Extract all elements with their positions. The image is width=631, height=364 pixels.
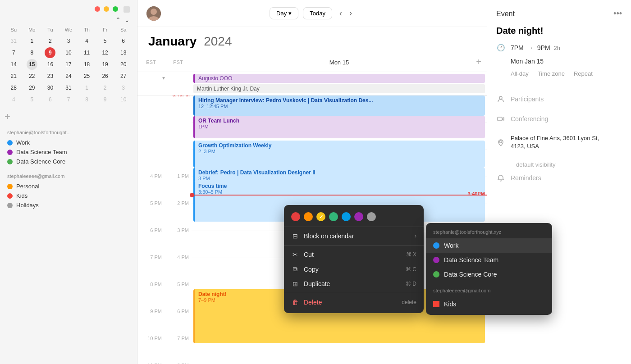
color-graphite[interactable] (367, 212, 376, 221)
today-button[interactable]: Today (303, 7, 332, 19)
mini-cal-day[interactable]: 21 (8, 71, 19, 82)
mini-cal-day[interactable]: 22 (27, 71, 37, 82)
mini-cal-day[interactable]: 24 (63, 71, 74, 82)
calendar-item[interactable]: Holidays (7, 200, 130, 210)
submenu-data-science-team[interactable]: Data Science Team (426, 253, 552, 267)
all-day-toggle[interactable]: All-day (511, 70, 529, 77)
delete-item[interactable]: 🗑 Delete delete (284, 295, 424, 309)
add-calendar-button[interactable]: + (5, 111, 10, 123)
copy-item-left: ⧉ Copy (291, 265, 319, 273)
maximize-button[interactable] (113, 6, 118, 12)
color-tangerine[interactable] (304, 212, 313, 221)
mini-cal-day[interactable]: 26 (100, 71, 110, 82)
all-day-event-mlk[interactable]: Martin Luther King Jr. Day (193, 84, 485, 93)
pst-label: 7 PM (165, 336, 192, 341)
mini-cal-day[interactable]: 9 (45, 47, 55, 58)
mini-cal-day[interactable]: 1 (82, 82, 92, 93)
mini-cal-nav: ⌃ ⌄ (0, 14, 137, 26)
mini-cal-day[interactable]: 8 (82, 94, 92, 105)
event-block[interactable]: Growth Optimization Weekly2–3 PM (193, 141, 485, 168)
mini-cal-day[interactable]: 18 (82, 59, 92, 70)
copy-shortcut: ⌘ C (406, 266, 416, 273)
all-day-event-augusto[interactable]: Augusto OOO (193, 74, 485, 83)
mini-cal-day[interactable]: 10 (63, 47, 74, 58)
color-peacock[interactable] (342, 212, 351, 221)
mini-cal-day[interactable]: 27 (118, 71, 129, 82)
minimize-button[interactable] (104, 6, 109, 12)
calendar-item[interactable]: Kids (7, 191, 130, 200)
mini-cal-day[interactable]: 16 (45, 59, 55, 70)
copy-item[interactable]: ⧉ Copy ⌘ C (284, 262, 424, 277)
mini-cal-day[interactable]: 12 (100, 47, 110, 58)
mini-cal-day[interactable]: 4 (8, 94, 19, 105)
add-event-button[interactable]: + (476, 57, 481, 67)
mini-cal-day[interactable]: 23 (45, 71, 55, 82)
split-view-button[interactable] (123, 6, 130, 13)
video-icon (496, 114, 505, 123)
event-block[interactable]: OR Team Lunch1PM (193, 116, 485, 138)
submenu-kids[interactable]: Kids (426, 297, 552, 311)
visibility-row: default visibility (496, 159, 622, 171)
mini-cal-day[interactable]: 31 (8, 36, 19, 46)
mini-cal-day[interactable]: 17 (63, 59, 74, 70)
mini-cal-day[interactable]: 20 (118, 59, 129, 70)
calendar-item[interactable]: Data Science Team (7, 147, 130, 157)
mini-cal-day[interactable]: 15 (27, 59, 37, 70)
mini-cal-day[interactable]: 28 (8, 82, 19, 93)
color-banana[interactable] (316, 212, 325, 221)
time-cell: 5 PM2 PM (137, 204, 192, 231)
cut-item[interactable]: ✂ Cut ⌘ X (284, 247, 424, 262)
color-grape[interactable] (354, 212, 363, 221)
mini-cal-day[interactable]: 7 (63, 94, 74, 105)
mini-cal-day[interactable]: 2 (45, 36, 55, 46)
mini-cal-day[interactable]: 25 (82, 71, 92, 82)
timezone-button[interactable]: Time zone (538, 70, 565, 77)
calendar-item[interactable]: Data Science Core (7, 157, 130, 166)
est-label: 8 PM (137, 282, 165, 287)
dropdown-icon: ▾ (288, 10, 292, 17)
avatar[interactable] (146, 6, 161, 21)
mini-cal-day[interactable]: 9 (100, 94, 110, 105)
color-tomato[interactable] (291, 212, 300, 221)
next-button[interactable]: › (347, 8, 355, 19)
mini-cal-day[interactable]: 19 (100, 59, 110, 70)
mini-cal-day[interactable]: 8 (27, 47, 37, 58)
calendar-name: Data Science Core (16, 158, 65, 165)
mini-cal-day[interactable]: 7 (8, 47, 19, 58)
mini-cal-day[interactable]: 6 (45, 94, 55, 105)
color-sage[interactable] (329, 212, 338, 221)
repeat-button[interactable]: Repeat (574, 70, 593, 77)
duplicate-item[interactable]: ⊞ Duplicate ⌘ D (284, 277, 424, 291)
mini-cal-day[interactable]: 30 (45, 82, 55, 93)
mini-cal-day[interactable]: 14 (8, 59, 19, 70)
mini-cal-day[interactable]: 2 (100, 82, 110, 93)
block-on-calendar-item[interactable]: ⊟ Block on calendar › (284, 229, 424, 243)
calendar-item[interactable]: Personal (7, 182, 130, 191)
calendar-item[interactable]: Work (7, 138, 130, 147)
mini-cal-day[interactable]: 31 (63, 82, 74, 93)
submenu-data-science-core[interactable]: Data Science Core (426, 267, 552, 282)
close-button[interactable] (95, 6, 100, 12)
mini-cal-next[interactable]: ⌄ (124, 16, 130, 23)
event-more-button[interactable]: ••• (613, 9, 622, 18)
mini-cal-day[interactable]: 3 (63, 36, 74, 46)
submenu-work[interactable]: Work (426, 238, 552, 253)
mini-cal-day[interactable]: 11 (82, 47, 92, 58)
mini-cal-day[interactable]: 5 (27, 94, 37, 105)
view-selector[interactable]: Day ▾ (270, 7, 298, 19)
mini-cal-day[interactable]: 6 (118, 36, 129, 46)
mini-cal-day[interactable]: 1 (27, 36, 37, 46)
est-label: 5 PM (137, 200, 165, 206)
event-block[interactable]: Hiring Manager Interview: Pedro Vuskovic… (193, 96, 485, 116)
duplicate-label: Duplicate (304, 280, 330, 287)
mini-cal-day[interactable]: 13 (118, 47, 129, 58)
mini-cal-day[interactable]: 4 (82, 36, 92, 46)
collapse-button[interactable]: ▾ (162, 75, 165, 81)
mini-cal-day[interactable]: 3 (118, 82, 129, 93)
day-header-sa: Sa (114, 26, 133, 33)
mini-cal-day[interactable]: 5 (100, 36, 110, 46)
prev-button[interactable]: ‹ (337, 8, 345, 19)
mini-cal-day[interactable]: 29 (27, 82, 37, 93)
mini-cal-day[interactable]: 10 (118, 94, 129, 105)
mini-cal-prev[interactable]: ⌃ (115, 16, 121, 23)
